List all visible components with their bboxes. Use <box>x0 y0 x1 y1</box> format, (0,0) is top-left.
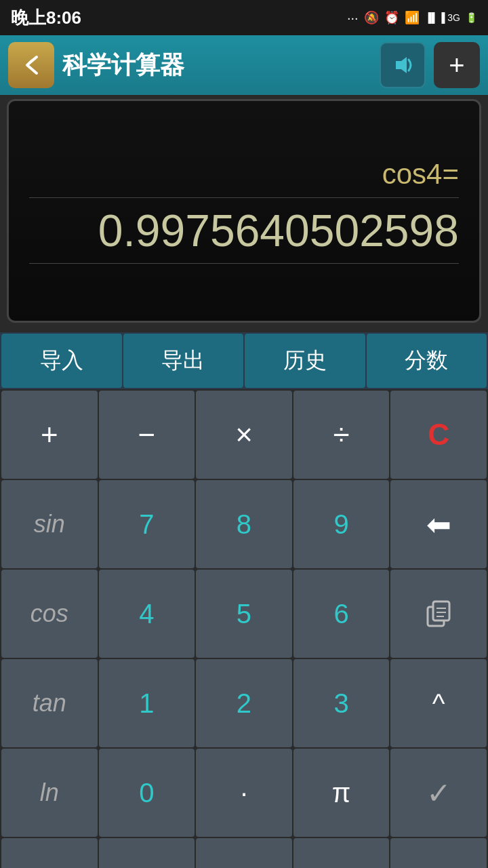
app-title: 科学计算器 <box>62 49 371 82</box>
three-button[interactable]: 3 <box>293 659 390 747</box>
log-button[interactable]: log <box>1 838 98 868</box>
signal-dots: ··· <box>347 10 359 26</box>
minus-op-button[interactable]: − <box>99 391 195 479</box>
sin-button[interactable]: sin <box>1 480 98 568</box>
dot-button[interactable]: · <box>196 749 292 837</box>
pi-button[interactable]: π <box>293 749 390 837</box>
copy-button[interactable] <box>390 570 487 658</box>
five-button[interactable]: 5 <box>196 570 292 658</box>
wifi-icon: 📶 <box>405 10 420 25</box>
rparen-button[interactable]: ) <box>196 838 292 868</box>
cos-button[interactable]: cos <box>1 570 98 658</box>
keyboard-area: 导入 导出 历史 分数 + − × ÷ C sin 7 8 9 ⬅ cos 4 … <box>0 332 488 868</box>
svg-rect-2 <box>433 601 449 620</box>
six-button[interactable]: 6 <box>293 570 390 658</box>
display-area: cos4= 0.9975640502598 <box>7 99 481 323</box>
export-button[interactable]: 导出 <box>123 334 244 388</box>
four-button[interactable]: 4 <box>99 570 195 658</box>
result-divider <box>29 263 459 264</box>
sound-button[interactable] <box>380 42 426 88</box>
one-button[interactable]: 1 <box>99 659 195 747</box>
signal-bars: ▐▌▐ 3G <box>425 12 460 23</box>
import-button[interactable]: 导入 <box>1 334 122 388</box>
tan-button[interactable]: tan <box>1 659 98 747</box>
function-row: 导入 导出 历史 分数 <box>0 332 488 389</box>
checkmark-button[interactable]: ✓ <box>390 749 487 837</box>
nine-button[interactable]: 9 <box>293 480 390 568</box>
mute-icon: 🔕 <box>364 10 379 25</box>
zero-button[interactable]: 0 <box>99 749 195 837</box>
power-button[interactable]: ^ <box>390 659 487 747</box>
fraction-button[interactable]: 分数 <box>367 334 487 388</box>
status-icons: ··· 🔕 ⏰ 📶 ▐▌▐ 3G 🔋 <box>347 10 477 26</box>
eight-button[interactable]: 8 <box>196 480 292 568</box>
calc-grid: + − × ÷ C sin 7 8 9 ⬅ cos 4 5 6 tan 1 2 … <box>0 389 488 868</box>
status-bar: 晚上8:06 ··· 🔕 ⏰ 📶 ▐▌▐ 3G 🔋 <box>0 0 488 35</box>
result-display: 0.9975640502598 <box>29 205 459 256</box>
backspace-button[interactable]: ⬅ <box>390 480 487 568</box>
status-time: 晚上8:06 <box>11 6 81 30</box>
multiply-op-button[interactable]: × <box>196 391 292 479</box>
svg-marker-0 <box>396 57 407 73</box>
title-bar: 科学计算器 + <box>0 35 488 95</box>
back-button[interactable] <box>8 42 54 88</box>
seven-button[interactable]: 7 <box>99 480 195 568</box>
plus-icon: + <box>449 50 464 81</box>
two-button[interactable]: 2 <box>196 659 292 747</box>
plus-op-button[interactable]: + <box>1 391 98 479</box>
divide-op-button[interactable]: ÷ <box>293 391 390 479</box>
clear-button[interactable]: C <box>390 391 487 479</box>
alarm-icon: ⏰ <box>384 10 399 25</box>
display-divider <box>29 197 459 198</box>
battery-icon: 🔋 <box>466 12 477 23</box>
equals-button[interactable]: = <box>390 838 487 868</box>
percent-button[interactable]: % <box>293 838 390 868</box>
history-button[interactable]: 历史 <box>245 334 365 388</box>
expression-display: cos4= <box>29 158 459 191</box>
lparen-button[interactable]: ( <box>99 838 195 868</box>
plus-button[interactable]: + <box>434 42 480 88</box>
ln-button[interactable]: ln <box>1 749 98 837</box>
